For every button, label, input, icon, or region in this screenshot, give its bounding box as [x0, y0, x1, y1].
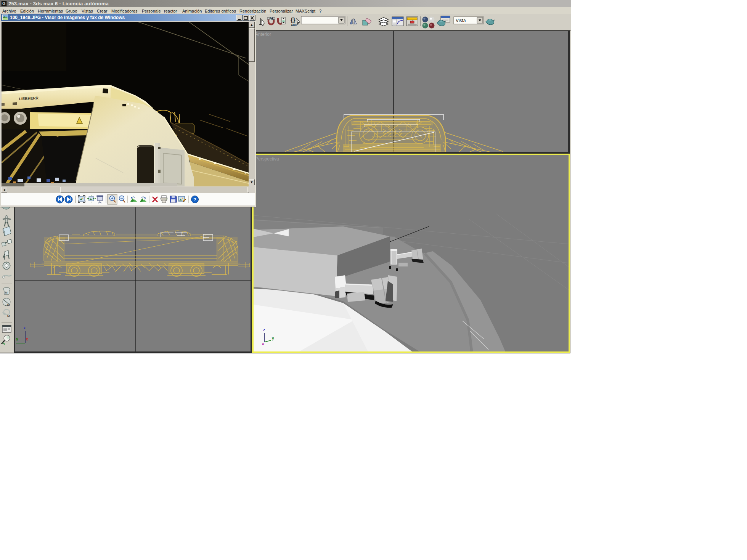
svg-text:y: y — [272, 336, 274, 340]
svg-text:x: x — [262, 342, 264, 346]
svg-text:M: M — [7, 314, 10, 318]
svg-text:x: x — [26, 337, 28, 341]
svg-text:M: M — [5, 291, 8, 294]
svg-text:z: z — [263, 328, 265, 332]
svg-text:y: y — [16, 337, 18, 341]
svg-text:Vista: Vista — [456, 18, 466, 23]
svg-text:?: ? — [193, 197, 196, 202]
svg-text:z: z — [24, 326, 26, 330]
svg-text:{}: {} — [291, 17, 295, 23]
svg-text:Anterior: Anterior — [255, 32, 271, 37]
svg-text:M: M — [7, 303, 10, 306]
svg-text:ABC: ABC — [291, 24, 297, 26]
svg-text:Perspectiva: Perspectiva — [255, 156, 279, 162]
svg-text:%: % — [270, 17, 273, 21]
